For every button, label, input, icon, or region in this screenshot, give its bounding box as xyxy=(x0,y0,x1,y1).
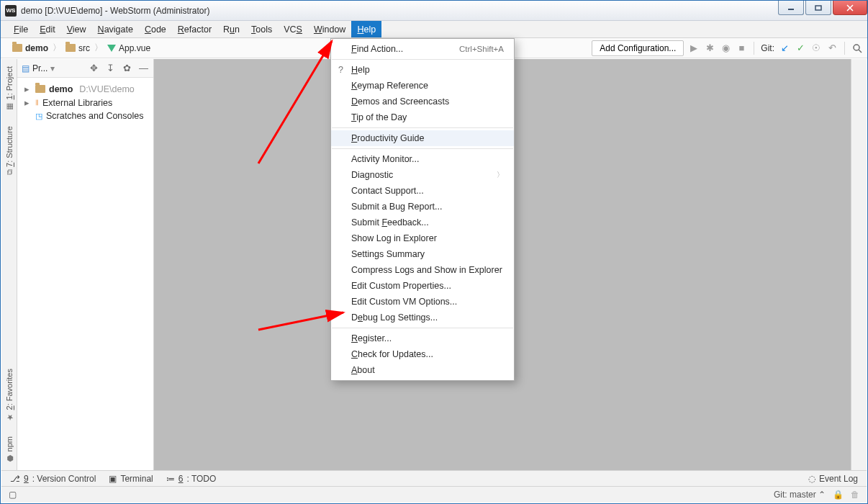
toolwindow-todo-tab[interactable]: ≔ 6: TODO xyxy=(166,474,217,484)
library-icon: ⫴ xyxy=(35,98,39,107)
panel-settings-icon[interactable]: ✿ xyxy=(122,63,132,73)
menu-file[interactable]: File xyxy=(8,21,34,37)
git-revert-icon[interactable]: ↶ xyxy=(826,42,838,54)
app-icon: WS xyxy=(5,5,17,17)
menu-compress-logs[interactable]: Compress Logs and Show in Explorer xyxy=(331,262,514,278)
project-panel: ▤ Pr... ▾ ✥ ↧ ✿ — ▸ demo D:\VUE\demo ▸ xyxy=(17,59,154,470)
menu-navigate[interactable]: Navigate xyxy=(92,21,139,37)
git-branch-widget[interactable]: Git: master ⌃ xyxy=(774,490,826,500)
project-tree[interactable]: ▸ demo D:\VUE\demo ▸ ⫴ External Librarie… xyxy=(17,78,153,127)
run-icon[interactable]: ▶ xyxy=(688,42,700,54)
collapse-all-icon[interactable]: ↧ xyxy=(105,63,116,73)
breadcrumb: demo 〉 src 〉 App.vue xyxy=(9,42,153,55)
project-panel-title[interactable]: Pr... xyxy=(32,63,48,73)
app-window: WS demo [D:\VUE\demo] - WebStorm (Admini… xyxy=(0,0,868,504)
menu-submit-bug[interactable]: Submit a Bug Report... xyxy=(331,199,514,215)
git-update-icon[interactable]: ↙ xyxy=(779,42,790,54)
svg-rect-1 xyxy=(815,6,821,10)
menu-edit-custom-properties[interactable]: Edit Custom Properties... xyxy=(331,278,514,294)
toolbar-separator xyxy=(754,42,754,55)
breadcrumb-separator-icon: 〉 xyxy=(94,42,103,54)
menu-keymap-reference[interactable]: Keymap Reference xyxy=(331,78,514,94)
help-question-icon: ? xyxy=(338,65,343,75)
svg-line-3 xyxy=(859,50,862,53)
expand-arrow-icon[interactable]: ▸ xyxy=(24,84,32,94)
menu-diagnostic[interactable]: Diagnostic〉 xyxy=(331,167,514,183)
folder-icon xyxy=(35,85,45,93)
expand-arrow-icon[interactable]: ▸ xyxy=(24,97,32,108)
trash-icon[interactable]: 🗑 xyxy=(851,490,859,500)
window-minimize-button[interactable] xyxy=(778,1,804,15)
vue-file-icon xyxy=(107,45,116,52)
menu-check-for-updates[interactable]: Check for Updates... xyxy=(331,346,514,362)
menu-find-action[interactable]: Find Action... Ctrl+Shift+A xyxy=(331,41,514,57)
right-tool-rail xyxy=(851,59,867,470)
menu-refactor[interactable]: Refactor xyxy=(172,21,217,37)
menu-edit-custom-vm[interactable]: Edit Custom VM Options... xyxy=(331,294,514,310)
menu-code[interactable]: Code xyxy=(139,21,172,37)
menu-about[interactable]: About xyxy=(331,362,514,378)
toolwindow-npm-tab[interactable]: ⬢ npm xyxy=(4,432,14,467)
select-opened-file-icon[interactable]: ✥ xyxy=(89,63,99,73)
menu-register[interactable]: Register... xyxy=(331,330,514,346)
tree-row-root[interactable]: ▸ demo D:\VUE\demo xyxy=(24,82,150,96)
search-everywhere-icon[interactable] xyxy=(851,42,863,54)
add-configuration-button[interactable]: Add Configuration... xyxy=(592,40,684,56)
git-commit-icon[interactable]: ✓ xyxy=(795,42,806,54)
project-panel-header: ▤ Pr... ▾ ✥ ↧ ✿ — xyxy=(17,59,153,78)
toolwindow-terminal-tab[interactable]: ▣ Terminal xyxy=(109,474,153,484)
chevron-down-icon[interactable]: ▾ xyxy=(50,63,55,73)
menu-demos-screencasts[interactable]: Demos and Screencasts xyxy=(331,94,514,109)
tree-row-scratches[interactable]: ◳ Scratches and Consoles xyxy=(24,109,150,122)
chevron-right-icon: 〉 xyxy=(497,170,504,180)
window-maximize-button[interactable] xyxy=(805,1,831,15)
bottom-tool-strip: ⎇ 9: Version Control ▣ Terminal ≔ 6: TOD… xyxy=(1,470,867,487)
menu-submit-feedback[interactable]: Submit Feedback... xyxy=(331,215,514,230)
menu-tools[interactable]: Tools xyxy=(245,21,278,37)
window-close-button[interactable] xyxy=(833,1,867,15)
menu-show-log[interactable]: Show Log in Explorer xyxy=(331,230,514,246)
menu-vcs[interactable]: VCS xyxy=(278,21,308,37)
folder-icon xyxy=(12,44,22,52)
breadcrumb-separator-icon: 〉 xyxy=(53,42,61,54)
breadcrumb-src[interactable]: src xyxy=(63,42,93,55)
hide-panel-icon[interactable]: — xyxy=(138,63,149,73)
toolwindow-project-tab[interactable]: ▦ 1: Project xyxy=(4,62,14,116)
lock-icon[interactable]: 🔒 xyxy=(833,490,844,500)
menu-run[interactable]: Run xyxy=(217,21,245,37)
svg-point-2 xyxy=(854,45,859,50)
menu-contact-support[interactable]: Contact Support... xyxy=(331,183,514,199)
toolwindow-structure-tab[interactable]: ⧉ 7: Structure xyxy=(5,122,14,179)
project-view-icon: ▤ xyxy=(22,63,30,73)
menu-separator xyxy=(332,127,513,128)
menu-window[interactable]: Window xyxy=(308,21,351,37)
status-toggle-icon[interactable]: ▢ xyxy=(9,490,17,500)
menu-productivity-guide[interactable]: Productivity Guide xyxy=(331,130,514,146)
menu-edit[interactable]: Edit xyxy=(34,21,61,37)
menu-debug-log-settings[interactable]: Debug Log Settings... xyxy=(331,310,514,325)
right-toolbar: Add Configuration... ▶ ✱ ◉ ■ Git: ↙ ✓ ☉ … xyxy=(592,40,863,56)
toolwindow-favorites-tab[interactable]: ★ 2: Favorites xyxy=(4,364,14,426)
menu-help-item[interactable]: ?Help xyxy=(331,62,514,78)
stop-icon[interactable]: ■ xyxy=(736,42,747,54)
menu-view[interactable]: View xyxy=(61,21,92,37)
statusbar: ▢ Git: master ⌃ 🔒 🗑 xyxy=(1,487,867,503)
menu-settings-summary[interactable]: Settings Summary xyxy=(331,246,514,262)
tree-row-external-libraries[interactable]: ▸ ⫴ External Libraries xyxy=(24,96,150,109)
coverage-icon[interactable]: ◉ xyxy=(720,42,731,54)
titlebar: WS demo [D:\VUE\demo] - WebStorm (Admini… xyxy=(1,1,867,21)
event-log-button[interactable]: ◌ Event Log xyxy=(808,474,858,484)
breadcrumb-file[interactable]: App.vue xyxy=(104,42,153,55)
git-history-icon[interactable]: ☉ xyxy=(810,42,822,54)
toolwindow-version-control-tab[interactable]: ⎇ 9: Version Control xyxy=(10,474,96,484)
git-label: Git: xyxy=(761,43,774,53)
help-menu-dropdown: Find Action... Ctrl+Shift+A ?Help Keymap… xyxy=(330,38,515,381)
toolbar-separator xyxy=(844,42,845,55)
menu-help[interactable]: Help xyxy=(351,21,381,37)
breadcrumb-root[interactable]: demo xyxy=(9,42,51,55)
menubar: File Edit View Navigate Code Refactor Ru… xyxy=(1,21,867,38)
menu-tip-of-the-day[interactable]: Tip of the Day xyxy=(331,109,514,125)
debug-icon[interactable]: ✱ xyxy=(704,42,715,54)
folder-icon xyxy=(65,44,76,52)
menu-activity-monitor[interactable]: Activity Monitor... xyxy=(331,151,514,167)
